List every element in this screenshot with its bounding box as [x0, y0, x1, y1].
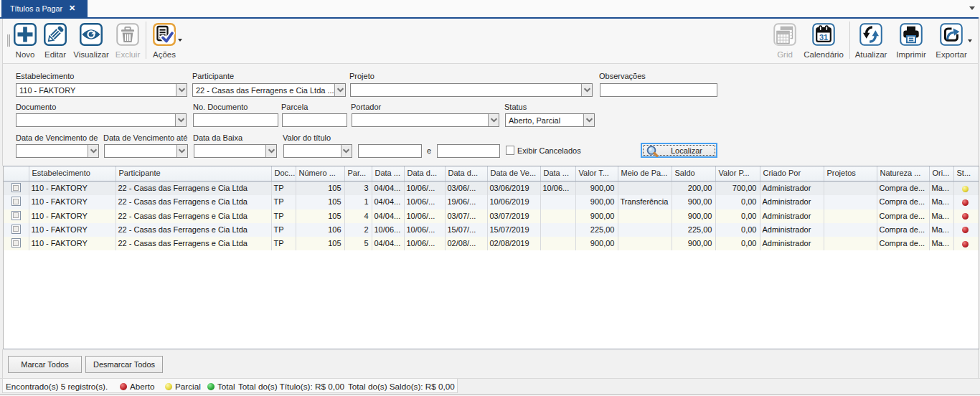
svg-text:31: 31: [819, 33, 828, 42]
